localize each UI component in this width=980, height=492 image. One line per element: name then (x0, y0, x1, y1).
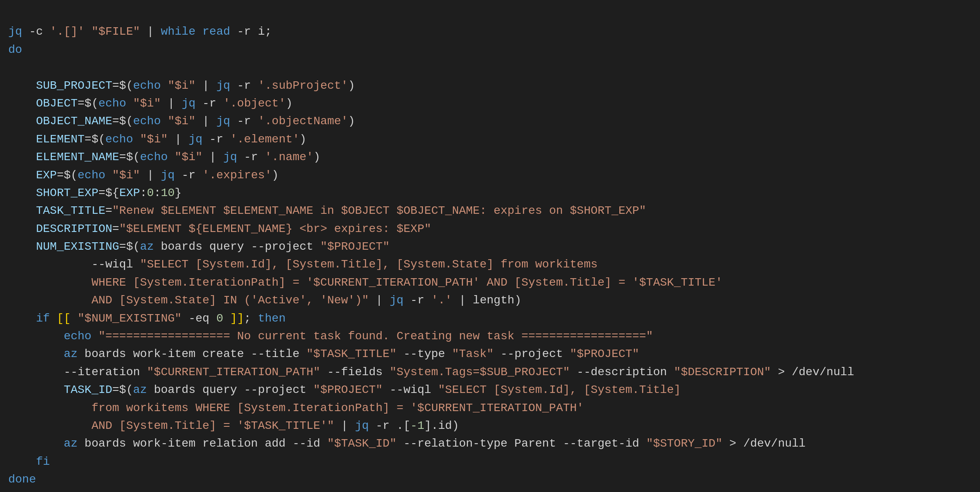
line-1-jq: jq (8, 25, 22, 38)
code-editor: jq -c '.[]' "$FILE" | while read -r i; d… (8, 5, 972, 489)
var-sub-project: SUB_PROJECT (36, 79, 112, 92)
